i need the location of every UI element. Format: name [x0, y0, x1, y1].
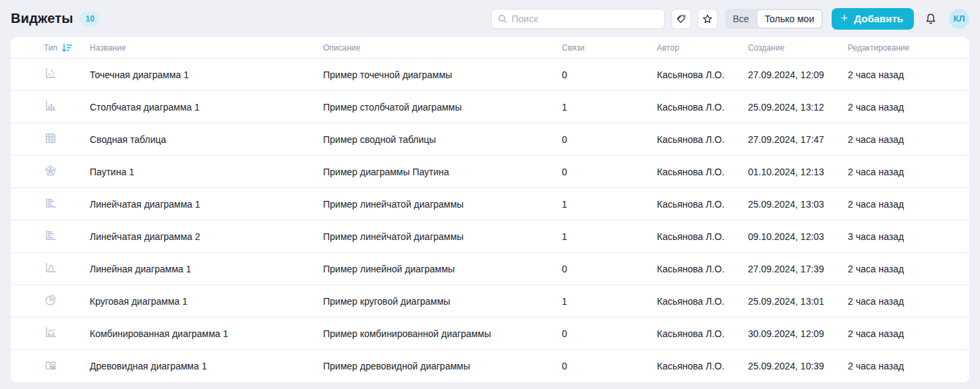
treemap-chart-icon [44, 359, 57, 372]
pie-chart-icon [44, 293, 57, 307]
created-at: 27.09.2024, 17:39 [748, 264, 848, 274]
edited-at: 2 часа назад [848, 134, 969, 145]
column-header-author[interactable]: Автор [657, 43, 748, 53]
widget-description: Пример круговой диаграммы [323, 296, 562, 307]
widget-name: Линейчатая диаграмма 2 [90, 231, 323, 242]
links-count: 0 [562, 134, 657, 145]
links-count: 1 [562, 102, 657, 113]
author: Касьянова Л.О. [657, 231, 748, 242]
table-row[interactable]: Линейчатая диаграмма 2Пример линейчатой … [11, 220, 969, 253]
tag-icon [675, 13, 687, 25]
column-label: Создание [748, 43, 784, 53]
tags-filter-button[interactable] [671, 9, 691, 29]
widget-name: Линейчатая диаграмма 1 [90, 199, 323, 210]
author: Касьянова Л.О. [657, 328, 748, 339]
widget-name: Древовидная диаграмма 1 [90, 361, 323, 371]
widget-name: Точечная диаграмма 1 [90, 69, 323, 80]
author: Касьянова Л.О. [657, 264, 748, 274]
links-count: 0 [562, 167, 657, 177]
table-row[interactable]: Столбчатая диаграмма 1Пример столбчатой … [11, 91, 969, 123]
combo-chart-icon [44, 326, 57, 339]
created-at: 25.09.2024, 13:03 [748, 199, 848, 210]
widget-name: Линейная диаграмма 1 [90, 264, 323, 274]
widget-name: Сводная таблица [90, 134, 323, 145]
widget-description: Пример линейной диаграммы [323, 264, 562, 274]
notifications-bell-icon[interactable] [920, 8, 942, 30]
edited-at: 2 часа назад [848, 328, 969, 339]
links-count: 0 [562, 328, 657, 339]
horizontal-bar-chart-icon [44, 229, 57, 242]
column-label: Автор [657, 43, 679, 53]
created-at: 30.09.2024, 12:09 [748, 328, 848, 339]
edited-at: 2 часа назад [848, 361, 969, 371]
filter-all-button[interactable]: Все [726, 9, 757, 28]
topbar: Виджеты 10 [0, 0, 980, 37]
widget-name: Паутина 1 [90, 167, 323, 177]
table-row[interactable]: Точечная диаграмма 1Пример точечной диаг… [11, 59, 969, 91]
filter-mine-button[interactable]: Только мои [757, 9, 823, 28]
edited-at: 2 часа назад [848, 102, 969, 113]
table-row[interactable]: Круговая диаграмма 1Пример круговой диаг… [11, 285, 969, 318]
column-header-name[interactable]: Название [90, 43, 323, 53]
created-at: 09.10.2024, 12:03 [748, 231, 848, 242]
author: Касьянова Л.О. [657, 102, 748, 113]
column-header-links[interactable]: Связи [562, 43, 657, 53]
edited-at: 2 часа назад [848, 167, 969, 177]
table-row[interactable]: Линейчатая диаграмма 1Пример линейчатой … [11, 188, 969, 220]
links-count: 1 [562, 296, 657, 307]
column-header-description[interactable]: Описание [323, 43, 562, 53]
author: Касьянова Л.О. [657, 69, 748, 80]
created-at: 01.10.2024, 12:13 [748, 167, 848, 177]
column-label: Редактирование [848, 43, 909, 53]
widget-description: Пример диаграммы Паутина [323, 167, 562, 177]
author: Касьянова Л.О. [657, 296, 748, 307]
edited-at: 2 часа назад [848, 199, 969, 210]
edited-at: 2 часа назад [848, 264, 969, 274]
widget-description: Пример линейчатой диаграммы [323, 231, 562, 242]
scatter-chart-icon [44, 67, 57, 80]
edited-at: 3 часа назад [848, 231, 969, 242]
column-label: Описание [323, 43, 360, 53]
links-count: 0 [562, 361, 657, 371]
table-row[interactable]: Паутина 1Пример диаграммы Паутина0Касьян… [11, 156, 969, 188]
widget-description: Пример столбчатой диаграммы [323, 102, 562, 113]
table-row[interactable]: Комбинированная диаграмма 1Пример комбин… [11, 318, 969, 350]
bar-chart-icon [44, 99, 57, 113]
add-widget-button[interactable]: + Добавить [832, 8, 914, 30]
avatar[interactable]: КЛ [949, 9, 969, 29]
pivot-table-icon [44, 131, 57, 145]
table-row[interactable]: Древовидная диаграмма 1Пример древовидно… [11, 350, 969, 382]
column-header-type[interactable]: Тип [44, 42, 90, 53]
page-title: Виджеты [11, 11, 73, 26]
author: Касьянова Л.О. [657, 361, 748, 371]
search-box [491, 9, 665, 29]
created-at: 25.09.2024, 10:39 [748, 361, 848, 371]
star-icon [701, 13, 714, 25]
column-label: Название [90, 43, 126, 53]
links-count: 1 [562, 231, 657, 242]
widget-description: Пример древовидной диаграммы [323, 361, 562, 371]
horizontal-bar-chart-icon [44, 196, 57, 210]
author: Касьянова Л.О. [657, 199, 748, 210]
created-at: 25.09.2024, 13:12 [748, 102, 848, 113]
search-input[interactable] [491, 9, 665, 29]
widget-description: Пример точечной диаграммы [323, 69, 562, 80]
table-row[interactable]: Сводная таблицаПример сводной таблицы0Ка… [11, 123, 969, 156]
widgets-table: ТипНазваниеОписаниеСвязиАвторСозданиеРед… [11, 37, 969, 382]
links-count: 0 [562, 264, 657, 274]
created-at: 27.09.2024, 17:47 [748, 134, 848, 145]
column-label: Тип [44, 43, 57, 53]
radar-chart-icon [44, 164, 57, 177]
table-row[interactable]: Линейная диаграмма 1Пример линейной диаг… [11, 253, 969, 285]
edited-at: 2 часа назад [848, 296, 969, 307]
widget-description: Пример комбинированной диаграммы [323, 328, 562, 339]
author: Касьянова Л.О. [657, 167, 748, 177]
links-count: 0 [562, 69, 657, 80]
sort-descending-icon[interactable] [61, 43, 73, 53]
column-header-created[interactable]: Создание [748, 43, 848, 53]
column-header-edited[interactable]: Редактирование [848, 43, 969, 53]
favorites-filter-button[interactable] [697, 9, 718, 29]
created-at: 27.09.2024, 12:09 [748, 69, 848, 80]
add-button-label: Добавить [854, 13, 903, 24]
table-header: ТипНазваниеОписаниеСвязиАвторСозданиеРед… [11, 37, 969, 59]
